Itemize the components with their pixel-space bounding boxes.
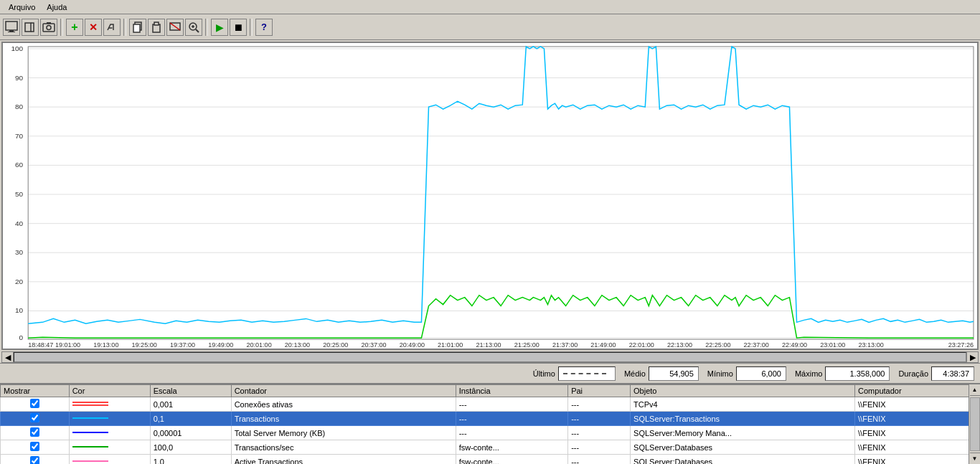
row-checkbox[interactable] <box>1 397 70 412</box>
toolbar: + ✕ ▶ ⏹ ? <box>0 14 980 40</box>
row-counter: Active Transactions <box>231 455 456 465</box>
row-counter: Transactions/sec <box>231 440 456 455</box>
paste-icon[interactable] <box>148 19 165 36</box>
medio-label: Médio <box>624 369 646 378</box>
svg-text:50: 50 <box>15 190 24 198</box>
scroll-thumb[interactable] <box>14 353 966 361</box>
svg-text:19:13:00: 19:13:00 <box>93 341 118 349</box>
svg-point-5 <box>47 25 51 29</box>
stop-icon[interactable]: ⏹ <box>230 19 247 36</box>
ultimo-line <box>563 373 606 374</box>
col-header-computador: Computador <box>855 385 980 397</box>
svg-text:23:27:26: 23:27:26 <box>948 341 974 349</box>
svg-text:21:25:00: 21:25:00 <box>514 341 540 349</box>
table-row[interactable]: 1,0Active Transactionsfsw-conte...---SQL… <box>1 455 980 465</box>
row-color <box>69 412 150 426</box>
row-scale: 0,1 <box>150 412 231 426</box>
row-checkbox[interactable] <box>1 426 70 440</box>
row-instance: --- <box>456 426 567 440</box>
row-instance: --- <box>456 412 567 426</box>
scroll-left-btn[interactable]: ◀ <box>2 352 14 362</box>
svg-text:22:01:00: 22:01:00 <box>629 341 654 349</box>
svg-text:23:01:00: 23:01:00 <box>820 341 845 349</box>
row-computer: \\FENIX <box>855 412 980 426</box>
svg-line-13 <box>170 23 180 30</box>
clear-display-icon[interactable] <box>166 19 184 36</box>
row-computer: \\FENIX <box>855 397 980 412</box>
row-computer: \\FENIX <box>855 455 980 465</box>
play-icon[interactable]: ▶ <box>211 19 228 36</box>
svg-text:22:25:00: 22:25:00 <box>705 341 730 349</box>
svg-text:70: 70 <box>15 132 24 140</box>
highlight-icon[interactable] <box>103 19 121 36</box>
ultimo-label: Último <box>533 369 555 378</box>
svg-rect-4 <box>43 24 55 32</box>
table-row[interactable]: 0,1Transactions------SQLServer:Transacti… <box>1 412 980 426</box>
svg-text:19:49:00: 19:49:00 <box>208 341 233 349</box>
row-object: SQLServer:Databases <box>631 455 855 465</box>
svg-text:80: 80 <box>15 103 24 110</box>
delete-icon[interactable]: ✕ <box>85 19 102 36</box>
horizontal-scrollbar[interactable]: ◀ ▶ <box>1 351 979 363</box>
table-row[interactable]: 0,00001Total Server Memory (KB)------SQL… <box>1 426 980 440</box>
scroll-right-btn[interactable]: ▶ <box>966 352 978 362</box>
col-header-pai: Pai <box>568 385 631 397</box>
row-checkbox[interactable] <box>1 440 70 455</box>
col-header-contador: Contador <box>231 385 456 397</box>
svg-text:20:01:00: 20:01:00 <box>247 341 272 349</box>
open-file-icon[interactable] <box>22 19 39 36</box>
add-icon[interactable]: + <box>66 19 83 36</box>
table-row[interactable]: 0,001Conexões ativas------TCPv4\\FENIX <box>1 397 980 412</box>
menu-arquivo[interactable]: Arquivo <box>3 1 41 13</box>
svg-text:100: 100 <box>11 44 23 52</box>
ultimo-value-box <box>558 366 616 381</box>
row-scale: 1,0 <box>150 455 231 465</box>
svg-rect-1 <box>9 30 14 32</box>
scroll-thumb-v[interactable] <box>970 397 980 451</box>
duracao-value-box: 4:38:37 <box>931 366 974 381</box>
svg-text:19:25:00: 19:25:00 <box>132 341 157 349</box>
col-header-mostrar: Mostrar <box>1 385 70 397</box>
svg-text:18:48:47: 18:48:47 <box>28 341 53 349</box>
chart-svg: 100 90 80 70 60 50 40 30 20 <box>3 43 977 349</box>
chart-container: 100 90 80 70 60 50 40 30 20 <box>1 42 979 350</box>
svg-text:40: 40 <box>15 219 24 227</box>
row-parent: --- <box>568 440 631 455</box>
svg-text:23:13:00: 23:13:00 <box>859 341 884 349</box>
svg-text:19:01:00: 19:01:00 <box>55 341 80 349</box>
row-parent: --- <box>568 397 631 412</box>
row-checkbox[interactable] <box>1 455 70 465</box>
svg-text:21:13:00: 21:13:00 <box>476 341 501 349</box>
duracao-label: Duração <box>898 369 928 378</box>
duracao-value: 4:38:37 <box>943 369 969 378</box>
menu-ajuda[interactable]: Ajuda <box>41 1 72 13</box>
row-object: SQLServer:Transactions <box>631 412 855 426</box>
help-icon[interactable]: ? <box>255 19 273 36</box>
svg-text:21:49:00: 21:49:00 <box>590 341 616 349</box>
copy-icon[interactable] <box>129 19 146 36</box>
row-checkbox[interactable] <box>1 412 70 426</box>
svg-text:22:37:00: 22:37:00 <box>744 341 769 349</box>
table-row[interactable]: 100,0Transactions/secfsw-conte...---SQLS… <box>1 440 980 455</box>
camera-icon[interactable] <box>40 19 57 36</box>
maximo-value-box: 1.358,000 <box>825 366 890 381</box>
maximo-value: 1.358,000 <box>849 369 885 378</box>
scroll-down-btn[interactable]: ▼ <box>970 453 980 464</box>
row-counter: Transactions <box>231 412 456 426</box>
minimo-value: 6,000 <box>761 369 781 378</box>
row-color <box>69 397 150 412</box>
svg-text:20: 20 <box>15 278 24 285</box>
row-computer: \\FENIX <box>855 440 980 455</box>
row-color <box>69 440 150 455</box>
svg-rect-3 <box>25 23 31 32</box>
svg-rect-11 <box>154 22 159 25</box>
svg-rect-18 <box>3 43 977 349</box>
vertical-scrollbar[interactable]: ▲ ▼ <box>969 384 980 464</box>
monitor-icon[interactable] <box>3 19 20 36</box>
svg-text:10: 10 <box>15 307 24 315</box>
svg-text:22:13:00: 22:13:00 <box>667 341 692 349</box>
scroll-up-btn[interactable]: ▲ <box>970 384 980 396</box>
svg-rect-2 <box>8 32 15 32</box>
status-bar: Último Médio 54,905 Mínimo 6,000 Máximo … <box>0 363 980 383</box>
zoom-icon[interactable] <box>185 19 202 36</box>
